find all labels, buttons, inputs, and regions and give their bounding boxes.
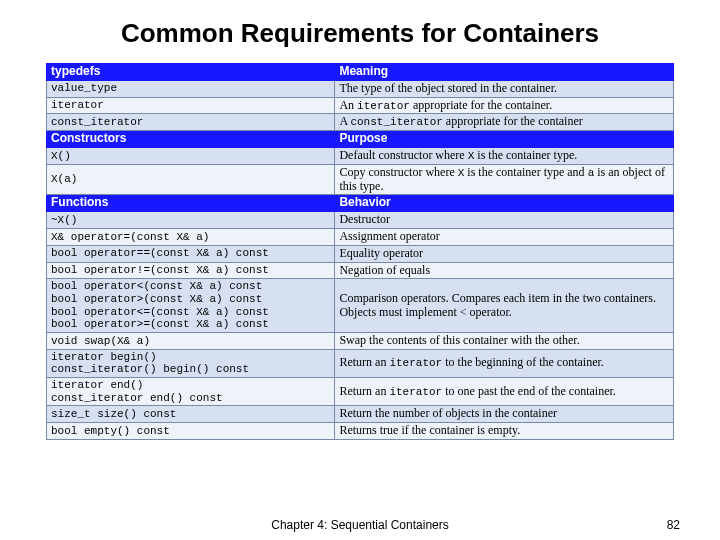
header-left: typedefs (47, 64, 335, 81)
code-cell: void swap(X& a) (47, 332, 335, 349)
table-row: bool empty() constReturns true if the co… (47, 423, 674, 440)
table-section-header: ConstructorsPurpose (47, 131, 674, 148)
meaning-cell: A const_iterator appropriate for the con… (335, 114, 674, 131)
meaning-cell: Default constructor where X is the conta… (335, 147, 674, 164)
footer-page-number: 82 (667, 518, 680, 532)
meaning-cell: Returns true if the container is empty. (335, 423, 674, 440)
requirements-table: typedefsMeaningvalue_typeThe type of the… (46, 63, 674, 440)
table-row: X()Default constructor where X is the co… (47, 147, 674, 164)
code-cell: X& operator=(const X& a) (47, 228, 335, 245)
meaning-cell: Return an iterator to one past the end o… (335, 378, 674, 406)
meaning-cell: An iterator appropriate for the containe… (335, 97, 674, 114)
code-cell: size_t size() const (47, 406, 335, 423)
code-cell: iterator (47, 97, 335, 114)
code-cell: X(a) (47, 164, 335, 195)
table-row: iterator end() const_iterator end() cons… (47, 378, 674, 406)
code-cell: value_type (47, 80, 335, 97)
table-row: void swap(X& a)Swap the contents of this… (47, 332, 674, 349)
footer-chapter: Chapter 4: Sequential Containers (271, 518, 448, 532)
table-row: bool operator!=(const X& a) constNegatio… (47, 262, 674, 279)
meaning-cell: Swap the contents of this container with… (335, 332, 674, 349)
code-cell: bool empty() const (47, 423, 335, 440)
header-left: Functions (47, 195, 335, 212)
meaning-cell: Comparison operators. Compares each item… (335, 279, 674, 333)
header-right: Behavior (335, 195, 674, 212)
table-row: size_t size() constReturn the number of … (47, 406, 674, 423)
code-cell: bool operator!=(const X& a) const (47, 262, 335, 279)
code-cell: bool operator==(const X& a) const (47, 245, 335, 262)
header-right: Purpose (335, 131, 674, 148)
table-row: X& operator=(const X& a)Assignment opera… (47, 228, 674, 245)
table-row: iterator begin() const_iterator() begin(… (47, 349, 674, 377)
meaning-cell: Equality operator (335, 245, 674, 262)
code-cell: const_iterator (47, 114, 335, 131)
code-cell: iterator end() const_iterator end() cons… (47, 378, 335, 406)
meaning-cell: The type of the object stored in the con… (335, 80, 674, 97)
code-cell: iterator begin() const_iterator() begin(… (47, 349, 335, 377)
table-row: bool operator==(const X& a) constEqualit… (47, 245, 674, 262)
meaning-cell: Negation of equals (335, 262, 674, 279)
table-row: const_iteratorA const_iterator appropria… (47, 114, 674, 131)
meaning-cell: Assignment operator (335, 228, 674, 245)
header-left: Constructors (47, 131, 335, 148)
meaning-cell: Return the number of objects in the cont… (335, 406, 674, 423)
table-section-header: typedefsMeaning (47, 64, 674, 81)
code-cell: ~X() (47, 212, 335, 229)
meaning-cell: Copy constructor where X is the containe… (335, 164, 674, 195)
table-section-header: FunctionsBehavior (47, 195, 674, 212)
table-row: iteratorAn iterator appropriate for the … (47, 97, 674, 114)
meaning-cell: Destructor (335, 212, 674, 229)
page-title: Common Requirements for Containers (0, 0, 720, 63)
table-row: ~X()Destructor (47, 212, 674, 229)
code-cell: bool operator<(const X& a) const bool op… (47, 279, 335, 333)
header-right: Meaning (335, 64, 674, 81)
code-cell: X() (47, 147, 335, 164)
table-row: value_typeThe type of the object stored … (47, 80, 674, 97)
table-row: bool operator<(const X& a) const bool op… (47, 279, 674, 333)
meaning-cell: Return an iterator to the beginning of t… (335, 349, 674, 377)
table-row: X(a)Copy constructor where X is the cont… (47, 164, 674, 195)
